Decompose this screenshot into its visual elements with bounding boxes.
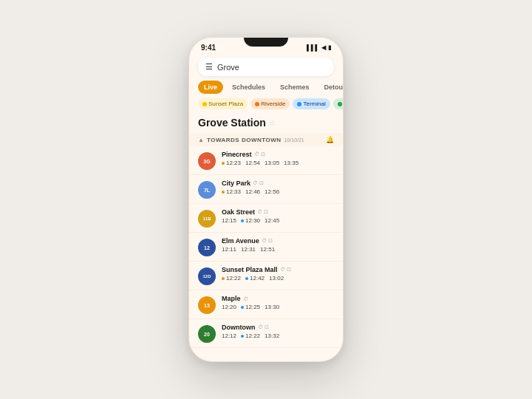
route-badge-3g: 3G [198,152,216,170]
battery-icon: ▮ [328,44,331,51]
route-name-20: Downtown [222,324,256,331]
clock-icon: ⏱ [254,151,259,157]
time-entry: 12:12 [222,332,236,339]
alert-icon: ⊡ [261,151,265,157]
times-row-12d: 12:22 12:42 13:02 [222,275,334,282]
clock-icon: ⏱ [258,324,263,330]
hamburger-icon[interactable]: ☰ [205,62,213,72]
chip-vall[interactable]: Vall [333,98,343,109]
time-entry: 13:35 [284,160,299,166]
route-info-20: Downtown ⏱ ⊡ 12:12 12:22 13:32 [222,324,334,339]
time-entry: 12:30 [241,217,260,224]
chip-terminal[interactable]: Terminal [293,98,330,109]
route-badge-11b: 11B [198,210,216,228]
time-entry: 12:46 [245,188,260,195]
status-icons: ▌▌▌ ◀ ▮ [307,44,331,51]
routes-list: 3G Pinecrest ⏱ ⊡ 12:23 12:54 [189,146,343,350]
time-entry: 12:51 [260,246,275,253]
route-item-7l[interactable]: 7L City Park ⏱ ⊡ 12:33 12:46 [189,175,343,204]
tab-schemes[interactable]: Schemes [274,81,316,94]
wifi-icon: ◀ [321,44,326,51]
chip-dot-green [338,102,342,106]
time-entry: 12:15 [222,217,236,224]
route-name-11b: Oak Street [222,208,255,216]
times-row-13: 12:20 12:25 13:30 [222,304,334,310]
alert-icon: ⊡ [268,238,273,244]
chip-riverside[interactable]: Riverside [250,98,290,109]
route-item-12d[interactable]: 12D Sunset Plaza Mall ⏱ ⊡ 12:22 12: [189,262,343,290]
clock-icon: ⏱ [243,296,248,301]
chevron-up-icon[interactable]: ▲ [198,137,204,143]
time-entry: 13:02 [269,275,284,282]
route-item-3g[interactable]: 3G Pinecrest ⏱ ⊡ 12:23 12:54 [189,146,343,175]
route-name-13: Maple [222,295,241,302]
times-row-3g: 12:23 12:54 13:05 13:35 [222,160,334,166]
time-entry: 12:25 [241,304,260,310]
alert-icon: ⊡ [259,180,264,186]
alert-icon: ⊡ [265,324,269,330]
route-item-11b[interactable]: 11B Oak Street ⏱ ⊡ 12:15 12:30 [189,204,343,233]
times-row-20: 12:12 12:22 13:32 [222,332,334,339]
route-info-11b: Oak Street ⏱ ⊡ 12:15 12:30 12:45 [222,208,334,224]
star-icon[interactable]: ☆ [269,119,276,127]
time-entry: 12:11 [222,246,236,253]
phone-frame: 9:41 ▌▌▌ ◀ ▮ ☰ Grove Live Schedules Sche… [188,37,344,362]
route-name-3g: Pinecrest [222,151,252,158]
route-icons-7l: ⏱ ⊡ [253,180,264,186]
time-entry: 13:32 [265,332,279,339]
time-entry: 12:45 [265,217,279,224]
status-time: 9:41 [201,44,216,52]
route-icons-11b: ⏱ ⊡ [257,209,268,215]
chip-sunset-plaza[interactable]: Sunset Plaza [198,98,248,109]
direction-header: ▲ TOWARDS DOWNTOWN 10/10/21 🔔 [189,133,343,146]
chip-label-riverside: Riverside [261,100,285,107]
route-info-7l: City Park ⏱ ⊡ 12:33 12:46 12:56 [222,180,334,195]
route-info-3g: Pinecrest ⏱ ⊡ 12:23 12:54 13:05 13:35 [222,151,334,166]
time-entry: 12:33 [222,188,241,195]
times-row-7l: 12:33 12:46 12:56 [222,188,334,195]
station-title: Grove Station [198,117,266,129]
route-item-13[interactable]: 13 Maple ⏱ 12:20 12:25 13:30 [189,290,343,319]
tab-schedules[interactable]: Schedules [226,81,271,94]
alert-icon: ⊡ [287,267,291,273]
direction-label: TOWARDS DOWNTOWN [207,137,282,143]
time-entry: 12:54 [245,160,260,166]
chip-dot-blue [297,102,301,106]
times-row-12: 12:11 12:31 12:51 [222,246,334,253]
bell-icon[interactable]: 🔔 [326,136,334,143]
time-entry: 13:05 [265,160,279,166]
route-icons-12d: ⏱ ⊡ [280,267,291,273]
clock-icon: ⏱ [253,180,258,186]
alert-icon: ⊡ [264,209,268,215]
chip-label-terminal: Terminal [303,100,325,107]
route-info-12d: Sunset Plaza Mall ⏱ ⊡ 12:22 12:42 13:02 [222,266,334,282]
chip-dot-yellow [202,102,207,106]
route-item-20[interactable]: 20 Downtown ⏱ ⊡ 12:12 12:22 [189,319,343,348]
route-name-7l: City Park [222,180,250,187]
route-info-13: Maple ⏱ 12:20 12:25 13:30 [222,295,334,310]
tab-detours[interactable]: Detours [318,81,344,94]
route-icons-13: ⏱ [243,296,248,301]
time-entry: 12:23 [222,160,241,166]
station-header: Grove Station ☆ [189,115,343,133]
search-bar[interactable]: ☰ Grove [198,58,334,76]
time-entry: 12:22 [241,332,260,339]
signal-icon: ▌▌▌ [307,44,319,51]
route-name-12d: Sunset Plaza Mall [222,266,278,273]
clock-icon: ⏱ [262,238,267,244]
time-entry: 12:56 [265,188,279,195]
route-badge-13: 13 [198,296,216,314]
time-entry: 12:20 [222,304,236,310]
route-item-12[interactable]: 12 Elm Avenue ⏱ ⊡ 12:11 12:31 [189,233,343,262]
time-entry: 12:22 [222,275,241,282]
route-badge-12d: 12D [198,267,216,285]
tab-live[interactable]: Live [198,81,223,94]
route-icons-3g: ⏱ ⊡ [254,151,265,157]
chip-label-sunset: Sunset Plaza [208,100,243,107]
nav-tabs: Live Schedules Schemes Detours [189,81,343,98]
direction-time: 10/10/21 [284,137,304,143]
route-badge-7l: 7L [198,181,216,199]
route-info-12: Elm Avenue ⏱ ⊡ 12:11 12:31 12:51 [222,237,334,253]
route-name-12: Elm Avenue [222,237,259,245]
times-row-11b: 12:15 12:30 12:45 [222,217,334,224]
